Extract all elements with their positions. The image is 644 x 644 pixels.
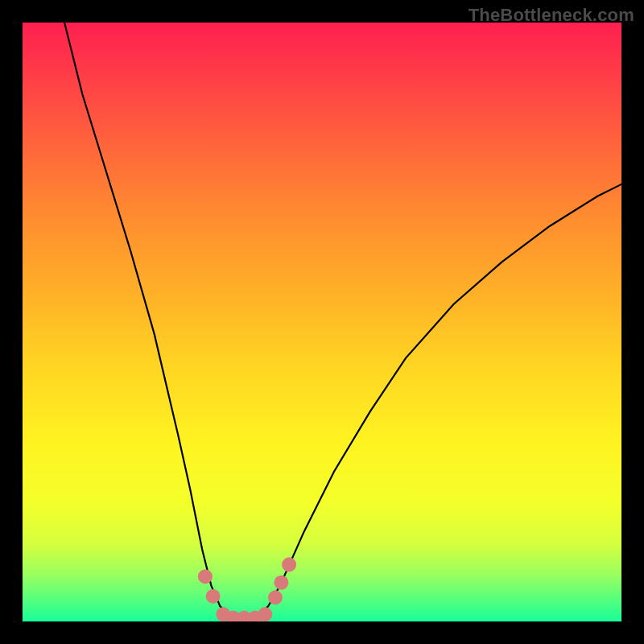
- watermark-text: TheBottleneck.com: [469, 5, 634, 26]
- bottleneck-curve: [64, 23, 621, 618]
- marker-dot: [206, 589, 221, 604]
- marker-dot: [282, 557, 296, 572]
- marker-dot: [274, 576, 288, 590]
- highlight-markers: [198, 557, 296, 621]
- marker-dot: [268, 590, 283, 605]
- plot-area: [23, 23, 621, 621]
- chart-svg: [23, 23, 621, 621]
- chart-frame: TheBottleneck.com: [0, 0, 644, 644]
- marker-dot: [198, 569, 213, 584]
- marker-dot: [258, 607, 272, 621]
